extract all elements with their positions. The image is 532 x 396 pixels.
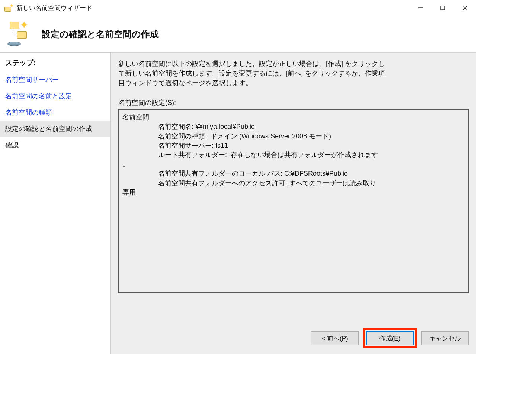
- titlebar: ✦ 新しい名前空間ウィザード: [0, 0, 476, 16]
- wizard-header: ✦ 設定の確認と名前空間の作成: [0, 16, 476, 53]
- namespace-wizard-icon: ✦: [6, 21, 33, 48]
- summary-readonly: 専用: [122, 189, 136, 196]
- step-namespace-name-settings[interactable]: 名前空間の名前と設定: [0, 88, 110, 104]
- wizard-main-panel: 新しい名前空間に以下の設定を選択しました。設定が正しい場合は、[作成] をクリッ…: [111, 53, 476, 354]
- create-button-highlight: 作成(E): [363, 328, 417, 348]
- step-confirmation: 確認: [0, 137, 110, 153]
- summary-namespace-name: 名前空間名: ¥¥miya.local¥Public: [158, 122, 465, 131]
- maximize-button[interactable]: [432, 0, 454, 16]
- settings-summary-box: 名前空間 名前空間名: ¥¥miya.local¥Public名前空間の種類: …: [118, 109, 469, 293]
- summary-root-share-folder: ルート共有フォルダー: 存在しない場合は共有フォルダーが作成されます: [158, 150, 465, 160]
- step-namespace-server[interactable]: 名前空間サーバー: [0, 71, 110, 88]
- window-title: 新しい名前空間ウィザード: [16, 4, 92, 12]
- wizard-icon: ✦: [4, 3, 13, 12]
- close-button[interactable]: [454, 0, 476, 16]
- summary-access-permission: 名前空間共有フォルダーへのアクセス許可: すべてのユーザーは読み取り: [158, 179, 465, 188]
- summary-local-path: 名前空間共有フォルダーのローカル パス: C:¥DFSRoots¥Public: [158, 169, 465, 178]
- minimize-button[interactable]: [409, 0, 432, 16]
- steps-heading: ステップ:: [0, 57, 110, 71]
- window-controls: [409, 0, 476, 16]
- step-namespace-type[interactable]: 名前空間の種類: [0, 104, 110, 121]
- maximize-icon: [440, 5, 445, 10]
- step-review-create[interactable]: 設定の確認と名前空間の作成: [0, 121, 110, 137]
- svg-rect-1: [441, 6, 445, 10]
- wizard-button-row: < 前へ(P) 作成(E) キャンセル: [311, 328, 469, 348]
- back-button[interactable]: < 前へ(P): [311, 331, 359, 345]
- page-title: 設定の確認と名前空間の作成: [42, 28, 159, 40]
- summary-namespace-type: 名前空間の種類: ドメイン (Windows Server 2008 モード): [158, 132, 465, 141]
- settings-label: 名前空間の設定(S):: [118, 98, 469, 107]
- create-button[interactable]: 作成(E): [366, 331, 414, 345]
- close-icon: [462, 5, 468, 10]
- cancel-button[interactable]: キャンセル: [421, 331, 469, 345]
- instruction-text: 新しい名前空間に以下の設定を選択しました。設定が正しい場合は、[作成] をクリッ…: [118, 59, 386, 88]
- wizard-steps-sidebar: ステップ: 名前空間サーバー 名前空間の名前と設定 名前空間の種類 設定の確認と…: [0, 53, 111, 354]
- summary-period: 。: [122, 160, 129, 168]
- minimize-icon: [418, 5, 423, 10]
- summary-heading: 名前空間: [122, 114, 149, 121]
- summary-namespace-server: 名前空間サーバー: fs11: [158, 141, 465, 150]
